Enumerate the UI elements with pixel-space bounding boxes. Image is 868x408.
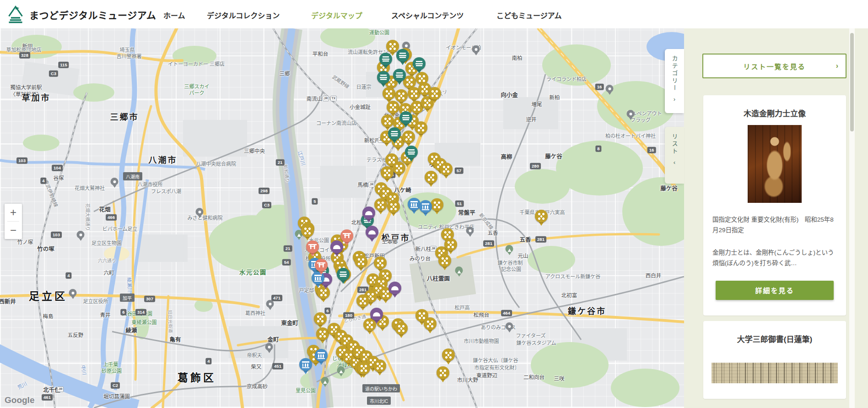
poi-manji-icon[interactable] xyxy=(265,343,273,353)
poi-paw-icon[interactable] xyxy=(506,322,513,332)
marker-teal-storehouse[interactable] xyxy=(399,111,412,127)
zoom-out-button[interactable]: − xyxy=(5,222,22,239)
marker-teal-storehouse[interactable] xyxy=(405,146,418,162)
marker-gold-dots[interactable] xyxy=(444,238,457,254)
marker-purple-fan[interactable] xyxy=(388,282,401,298)
route-shield: C3 xyxy=(49,71,58,77)
map-label: 竹ノ塚 xyxy=(17,238,33,245)
poi-torii-icon[interactable] xyxy=(111,178,119,188)
marker-gold-dots[interactable] xyxy=(438,254,451,270)
marker-gold-dots[interactable] xyxy=(357,362,370,378)
marker-gold-dots[interactable] xyxy=(442,348,455,364)
map-label: 向小金 xyxy=(501,90,518,99)
google-watermark: Google xyxy=(5,395,34,405)
sidebar-scrollbar-thumb[interactable] xyxy=(850,33,854,131)
marker-gold-dots[interactable] xyxy=(437,366,449,382)
marker-gold-dots[interactable] xyxy=(535,210,548,226)
item-title: 大学三郎御書(日蓮筆) xyxy=(711,333,839,344)
route-shield: 451 xyxy=(272,363,283,370)
marker-gold-dots[interactable] xyxy=(428,87,441,103)
map-label: 五香 xyxy=(488,229,498,236)
marker-gold-dots[interactable] xyxy=(440,163,453,179)
item-card-kongorikishi[interactable]: 木造金剛力士立像 国指定文化財 重要文化財(有形) 昭和25年8月29日指定 金… xyxy=(703,95,846,316)
marker-gold-dots[interactable] xyxy=(356,294,369,310)
nav-kids-museum[interactable]: こどもミュージアム xyxy=(496,10,562,21)
map-label: 小金城趾 xyxy=(350,103,371,110)
map-label: 市川市動植物園 xyxy=(464,337,499,344)
map-label: 高柳 xyxy=(501,152,512,161)
marker-gold-dots[interactable] xyxy=(316,327,329,343)
route-shield: 21 xyxy=(276,159,285,166)
museum-logo-icon xyxy=(6,4,25,25)
map-label: 藤ケ谷 xyxy=(545,152,562,160)
map-label: アクロスモール新鎌ケ谷 xyxy=(545,272,600,280)
marker-purple-fan[interactable] xyxy=(366,226,378,242)
marker-gold-dots[interactable] xyxy=(314,312,327,328)
route-shield: 328 xyxy=(19,52,30,59)
poi-bag-icon[interactable] xyxy=(606,85,614,95)
map-label: みのり台 xyxy=(410,255,431,262)
brand[interactable]: まつどデジタルミュージアム xyxy=(6,4,156,25)
marker-teal-storehouse[interactable] xyxy=(393,69,406,85)
marker-gold-dots[interactable] xyxy=(431,198,443,214)
marker-gold-dots[interactable] xyxy=(387,200,400,216)
marker-teal-storehouse[interactable] xyxy=(337,268,350,284)
map-label: 吉川警察署 xyxy=(117,52,142,60)
marker-blue-museum[interactable] xyxy=(299,358,312,374)
tab-category[interactable]: カテゴリー › xyxy=(665,49,684,113)
detail-button[interactable]: 詳細を見る xyxy=(716,281,834,300)
poi-tree-icon[interactable] xyxy=(506,245,513,255)
marker-gold-dots[interactable] xyxy=(402,131,415,147)
poi-bag-icon[interactable] xyxy=(472,45,480,55)
marker-blue-museum[interactable] xyxy=(408,198,421,214)
map-label: 花畑 xyxy=(99,205,110,213)
poi-tree-icon[interactable] xyxy=(455,267,463,277)
marker-gold-dots[interactable] xyxy=(395,322,408,338)
marker-gold-dots[interactable] xyxy=(374,198,387,214)
poi-tree-icon[interactable] xyxy=(321,377,329,387)
nav-special-contents[interactable]: スペシャルコンテンツ xyxy=(391,10,464,21)
poi-bag-icon[interactable] xyxy=(627,110,635,120)
map-label: 三郷 xyxy=(280,70,290,77)
view-list-button-label: リスト一覧を見る xyxy=(743,61,805,71)
poi-hospital-icon[interactable] xyxy=(196,208,204,218)
marker-teal-storehouse[interactable] xyxy=(396,49,409,65)
map-label: 谷塚 xyxy=(54,174,64,181)
poi-torii-icon[interactable] xyxy=(266,300,274,310)
marker-teal-storehouse[interactable] xyxy=(388,127,401,143)
map-label: 砂原公園 xyxy=(102,367,122,374)
nav-home[interactable]: ホーム xyxy=(163,10,185,21)
chevron-up-icon: › xyxy=(674,96,675,103)
marker-blue-museum[interactable] xyxy=(419,200,432,216)
marker-coral-torii[interactable] xyxy=(315,259,328,275)
marker-blue-museum[interactable] xyxy=(315,349,328,365)
marker-gold-dots[interactable] xyxy=(373,359,386,375)
marker-gold-dots[interactable] xyxy=(355,255,367,271)
map-label: 東金町 xyxy=(281,318,298,327)
marker-teal-storehouse[interactable] xyxy=(413,57,426,73)
poi-target-icon[interactable] xyxy=(69,289,77,299)
poi-tree-icon[interactable] xyxy=(337,366,345,376)
marker-coral-torii[interactable] xyxy=(306,240,319,256)
tab-list[interactable]: リスト ‹ xyxy=(665,127,684,184)
marker-gold-dots[interactable] xyxy=(381,166,394,182)
map-canvas[interactable]: + − Google 新田草加松原団地店埼玉県吉川警察署イトーヨーカドー 三郷店… xyxy=(0,28,684,408)
poi-bag-icon[interactable] xyxy=(466,227,474,237)
marker-gold-dots[interactable] xyxy=(424,317,437,333)
marker-coral-torii[interactable] xyxy=(340,229,353,245)
marker-gold-dots[interactable] xyxy=(425,171,437,187)
sidebar-scrollbar[interactable] xyxy=(849,28,855,408)
marker-gold-dots[interactable] xyxy=(301,224,314,240)
marker-purple-fan[interactable] xyxy=(370,308,383,324)
item-card-goshos[interactable]: 大学三郎御書(日蓮筆) xyxy=(703,321,846,399)
zoom-in-button[interactable]: + xyxy=(5,204,22,221)
marker-teal-storehouse[interactable] xyxy=(379,53,392,69)
nav-digital-map[interactable]: デジタルマップ xyxy=(311,10,362,21)
view-list-button[interactable]: リスト一覧を見る › xyxy=(702,54,846,78)
marker-purple-fan[interactable] xyxy=(362,207,375,223)
marker-teal-storehouse[interactable] xyxy=(377,71,390,87)
nav-digital-collection[interactable]: デジタルコレクション xyxy=(207,10,280,21)
chevron-right-icon: › xyxy=(836,62,839,70)
poi-paw-icon[interactable] xyxy=(77,231,85,241)
marker-gold-dots[interactable] xyxy=(415,121,427,137)
